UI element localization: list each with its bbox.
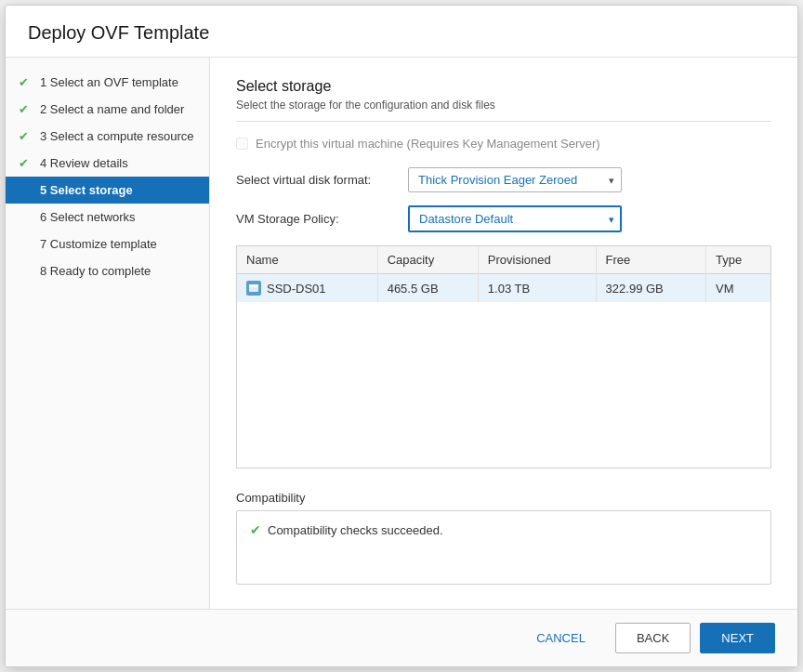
disk-format-select-wrapper: Thick Provision Eager Zeroed Thick Provi… bbox=[408, 167, 622, 192]
cell-type: VM bbox=[706, 274, 770, 303]
check-icon-step1: ✔ bbox=[19, 75, 33, 89]
col-type: Type bbox=[706, 246, 770, 274]
encrypt-checkbox[interactable] bbox=[236, 138, 248, 150]
compatibility-box: ✔ Compatibility checks succeeded. bbox=[236, 510, 771, 585]
sidebar-item-label-step2: 2 Select a name and folder bbox=[40, 102, 184, 116]
svg-rect-1 bbox=[249, 284, 258, 287]
cell-free: 322.99 GB bbox=[596, 274, 706, 303]
sidebar: ✔ 1 Select an OVF template ✔ 2 Select a … bbox=[6, 58, 210, 609]
cell-provisioned: 1.03 TB bbox=[478, 274, 596, 303]
sidebar-item-label-step5: 5 Select storage bbox=[40, 183, 133, 197]
sidebar-item-step2[interactable]: ✔ 2 Select a name and folder bbox=[6, 96, 209, 123]
compatibility-success-row: ✔ Compatibility checks succeeded. bbox=[250, 522, 757, 537]
next-button[interactable]: NEXT bbox=[700, 623, 775, 653]
disk-format-label: Select virtual disk format: bbox=[236, 173, 399, 187]
encrypt-row: Encrypt this virtual machine (Requires K… bbox=[236, 137, 771, 151]
disk-format-row: Select virtual disk format: Thick Provis… bbox=[236, 167, 771, 192]
back-button[interactable]: BACK bbox=[615, 623, 691, 653]
col-provisioned: Provisioned bbox=[478, 246, 596, 274]
deploy-ovf-dialog: Deploy OVF Template ✔ 1 Select an OVF te… bbox=[5, 5, 798, 667]
sidebar-item-step3[interactable]: ✔ 3 Select a compute resource bbox=[6, 123, 209, 150]
sidebar-item-label-step4: 4 Review details bbox=[40, 156, 128, 170]
dialog-body: ✔ 1 Select an OVF template ✔ 2 Select a … bbox=[6, 58, 797, 609]
storage-policy-label: VM Storage Policy: bbox=[236, 212, 399, 226]
disk-format-select[interactable]: Thick Provision Eager Zeroed Thick Provi… bbox=[408, 167, 622, 192]
cell-name: SSD-DS01 bbox=[237, 274, 377, 303]
sidebar-item-step1[interactable]: ✔ 1 Select an OVF template bbox=[6, 69, 209, 96]
sidebar-item-step8[interactable]: 8 Ready to complete bbox=[6, 257, 209, 284]
main-content: Select storage Select the storage for th… bbox=[210, 58, 797, 609]
cell-capacity: 465.5 GB bbox=[377, 274, 478, 303]
storage-policy-select[interactable]: Datastore Default bbox=[408, 205, 622, 232]
datastore-icon bbox=[246, 281, 261, 296]
section-subtitle: Select the storage for the configuration… bbox=[236, 99, 771, 122]
col-capacity: Capacity bbox=[377, 246, 478, 274]
encrypt-label: Encrypt this virtual machine (Requires K… bbox=[256, 137, 600, 151]
storage-table-container: Name Capacity Provisioned Free Type bbox=[236, 245, 771, 468]
col-free: Free bbox=[596, 246, 706, 274]
check-icon-step3: ✔ bbox=[19, 129, 33, 143]
storage-policy-select-wrapper: Datastore Default ▾ bbox=[408, 205, 622, 232]
compatibility-message: Compatibility checks succeeded. bbox=[268, 523, 443, 537]
dialog-title: Deploy OVF Template bbox=[6, 6, 797, 58]
table-row[interactable]: SSD-DS01 465.5 GB 1.03 TB 322.99 GB VM bbox=[237, 274, 770, 303]
sidebar-item-label-step6: 6 Select networks bbox=[40, 210, 136, 224]
sidebar-item-label-step1: 1 Select an OVF template bbox=[40, 75, 178, 89]
storage-table: Name Capacity Provisioned Free Type bbox=[237, 246, 770, 302]
sidebar-item-label-step3: 3 Select a compute resource bbox=[40, 129, 193, 143]
check-icon-step4: ✔ bbox=[19, 156, 33, 170]
sidebar-item-label-step7: 7 Customize template bbox=[40, 237, 157, 251]
section-title: Select storage bbox=[236, 78, 771, 95]
compat-check-icon: ✔ bbox=[250, 522, 261, 537]
storage-policy-row: VM Storage Policy: Datastore Default ▾ bbox=[236, 205, 771, 232]
storage-table-header: Name Capacity Provisioned Free Type bbox=[237, 246, 770, 274]
sidebar-item-step6[interactable]: 6 Select networks bbox=[6, 204, 209, 231]
col-name: Name bbox=[237, 246, 377, 274]
compatibility-label: Compatibility bbox=[236, 491, 771, 505]
check-icon-step2: ✔ bbox=[19, 102, 33, 116]
compatibility-section: Compatibility ✔ Compatibility checks suc… bbox=[236, 491, 771, 585]
sidebar-item-step5[interactable]: 5 Select storage bbox=[6, 177, 209, 204]
storage-table-body: SSD-DS01 465.5 GB 1.03 TB 322.99 GB VM bbox=[237, 274, 770, 303]
sidebar-item-step4[interactable]: ✔ 4 Review details bbox=[6, 150, 209, 177]
sidebar-item-label-step8: 8 Ready to complete bbox=[40, 264, 151, 278]
dialog-footer: CANCEL BACK NEXT bbox=[6, 609, 797, 666]
sidebar-item-step7[interactable]: 7 Customize template bbox=[6, 231, 209, 257]
cancel-button[interactable]: CANCEL bbox=[516, 624, 606, 652]
